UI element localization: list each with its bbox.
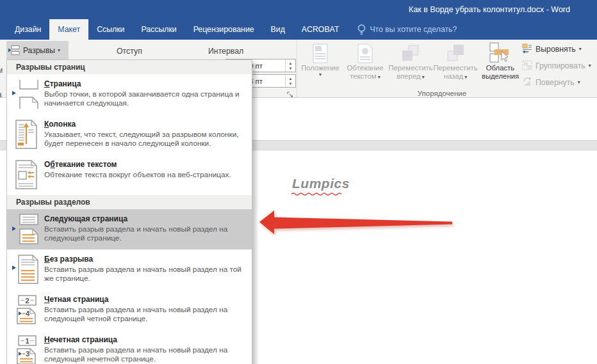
breaks-button[interactable]: Разрывы ▾: [6, 41, 69, 59]
cont-break-icon: [8, 254, 44, 285]
selection-pane-label: Областьвыделения: [482, 64, 519, 81]
menu-item-без-разрыва[interactable]: Без разрываВставить разрыв раздела и нач…: [7, 249, 252, 290]
menu-item-description: Указывает, что текст, следующий за разры…: [44, 130, 244, 148]
svg-text:3: 3: [26, 350, 29, 358]
menu-section-header: Разрывы разделов: [7, 195, 252, 209]
arrange-group-buttons: Положение▾Обтеканиетекстом ▾Переместитьв…: [298, 41, 523, 81]
svg-text:1: 1: [25, 337, 29, 345]
tab-ссылки[interactable]: Ссылки: [88, 19, 133, 40]
breaks-dropdown-menu: Разрывы страницСтраницаВыбор точки, в ко…: [6, 59, 252, 364]
position-label: Положение▾: [301, 64, 339, 77]
menu-item-четная-страница[interactable]: 24Четная страницаВставить разрыв раздела…: [7, 290, 252, 330]
annotation-arrow: [256, 206, 456, 238]
next-break-icon: [8, 214, 44, 244]
breaks-button-label: Разрывы: [23, 46, 55, 55]
lightbulb-icon: [357, 24, 366, 35]
tab-рецензирование[interactable]: Рецензирование: [185, 19, 263, 40]
tab-acrobat[interactable]: ACROBAT: [293, 19, 348, 40]
send-backward-icon: [446, 42, 465, 64]
menu-item-следующая-страница[interactable]: Следующая страницаВставить разрыв раздел…: [7, 209, 252, 249]
menu-item-description: Вставить разрыв раздела и начать новый р…: [44, 345, 244, 363]
rotate-button[interactable]: Повернуть▾: [522, 74, 596, 91]
tell-me-box[interactable]: Что вы хотите сделать?: [357, 19, 457, 40]
wrap-text-icon: [357, 42, 373, 64]
menu-item-description: Выбор точки, в которой заканчивается одн…: [44, 90, 244, 107]
chevron-down-icon: ▾: [58, 48, 60, 53]
menu-item-title: Без разрыва: [44, 254, 244, 264]
bring-forward-label: Переместитьвперед ▾: [388, 64, 432, 81]
arrange-group-label: Упорядочение: [333, 90, 551, 97]
menu-item-description: Вставить разрыв раздела и начать новый р…: [44, 305, 244, 323]
odd-break-icon: 13: [8, 335, 44, 364]
wrap-break-icon: [8, 159, 44, 190]
title-bar: Как в Ворде убрать колонтитул.docx - Wor…: [0, 0, 597, 19]
stepper-arrows[interactable]: ▲▼: [285, 59, 295, 72]
menu-section-header: Разрывы страниц: [7, 60, 252, 74]
page-break-icon: [8, 45, 20, 56]
document-logo-text: Lumpics: [292, 176, 350, 191]
window-title: Как в Ворде убрать колонтитул.docx - Wor…: [409, 5, 570, 14]
align-button[interactable]: Выровнять▾: [522, 41, 596, 58]
menu-item-обтекание-текстом[interactable]: Обтекание текстомОбтекание текста вокруг…: [7, 155, 252, 195]
selection-pane-icon: [489, 42, 511, 64]
menu-item-колонка[interactable]: КолонкаУказывает, что текст, следующий з…: [7, 115, 252, 155]
indent-label: Отступ: [117, 47, 142, 56]
menu-item-description: Обтекание текста вокруг объектов на веб-…: [44, 170, 244, 179]
spellcheck-wavy-underline: [291, 192, 343, 196]
menu-item-title: Страница: [44, 79, 244, 89]
send-backward-label: Переместитьназад ▾: [433, 64, 477, 81]
spacing-label: Интервал: [208, 47, 243, 56]
menu-item-нечетная-страница[interactable]: 13Нечетная страницаВставить разрыв разде…: [7, 330, 252, 364]
menu-item-description: Вставить разрыв раздела и начать новый р…: [44, 265, 244, 283]
tab-дизайн[interactable]: Дизайн: [6, 19, 49, 40]
ribbon-tab-row: ДизайнМакетСсылкиРассылкиРецензированиеВ…: [0, 19, 597, 40]
group-icon: [522, 60, 532, 72]
menu-item-title: Четная страница: [44, 294, 244, 305]
bring-forward-button[interactable]: Переместитьвперед ▾: [388, 41, 434, 81]
align-label: Выровнять: [536, 45, 576, 54]
align-icon: [522, 44, 532, 56]
menu-item-title: Нечетная страница: [44, 335, 244, 345]
page-break-icon: [8, 79, 44, 109]
menu-item-страница[interactable]: СтраницаВыбор точки, в которой заканчива…: [7, 74, 252, 115]
word-window: Как в Ворде убрать колонтитул.docx - Wor…: [0, 0, 597, 364]
send-backward-button[interactable]: Переместитьназад ▾: [434, 41, 477, 81]
menu-item-title: Колонка: [44, 119, 244, 129]
group-label: Группировать: [536, 61, 585, 70]
rotate-label: Повернуть: [536, 78, 575, 87]
rotate-icon: [522, 77, 532, 89]
menu-item-title: Следующая страница: [44, 214, 244, 224]
position-button[interactable]: Положение▾: [298, 41, 343, 81]
stepper-arrows[interactable]: ▲▼: [285, 75, 295, 87]
column-break-icon: [8, 119, 44, 150]
group-button[interactable]: Группировать▾: [522, 58, 596, 74]
wrap-text-button[interactable]: Обтеканиетекстом ▾: [343, 41, 388, 81]
bring-forward-icon: [401, 42, 420, 64]
selection-pane-button[interactable]: Областьвыделения: [477, 41, 523, 81]
clipped-ribbon-text: м: [0, 66, 3, 75]
menu-item-title: Обтекание текстом: [44, 159, 244, 170]
even-break-icon: 24: [8, 294, 44, 325]
tell-me-label: Что вы хотите сделать?: [370, 25, 457, 34]
svg-text:2: 2: [25, 297, 29, 305]
tab-рассылки[interactable]: Рассылки: [133, 19, 184, 40]
svg-text:4: 4: [26, 310, 30, 317]
tab-макет[interactable]: Макет: [49, 19, 88, 40]
position-icon: [313, 42, 329, 64]
group-divider: [297, 40, 297, 97]
tab-вид[interactable]: Вид: [263, 19, 293, 40]
menu-item-description: Вставить разрыв раздела и начать новый р…: [44, 225, 244, 242]
wrap-text-label: Обтеканиетекстом ▾: [347, 64, 384, 81]
arrange-mini-buttons: Выровнять▾Группировать▾Повернуть▾: [522, 41, 596, 91]
